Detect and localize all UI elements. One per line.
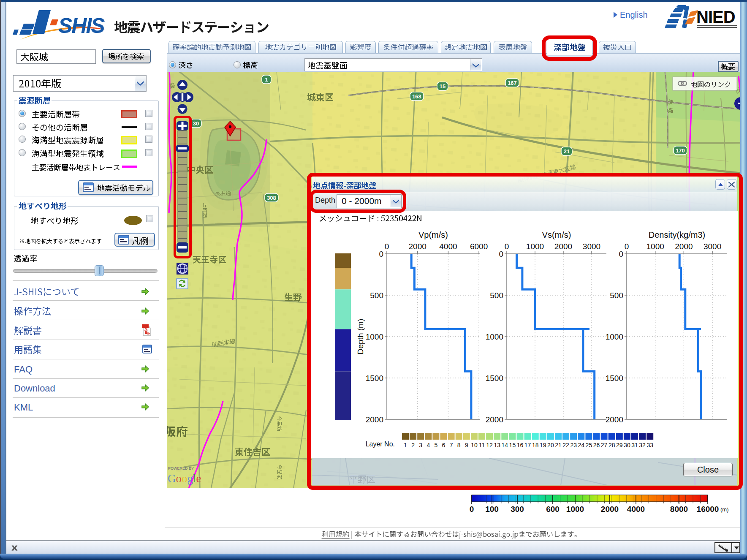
svg-text:SHIS: SHIS — [58, 14, 105, 38]
svg-text:100: 100 — [485, 505, 499, 514]
svg-text:30: 30 — [193, 120, 199, 127]
svg-text:167: 167 — [508, 80, 517, 86]
svg-text:170: 170 — [676, 147, 685, 154]
svg-text:8000: 8000 — [670, 505, 688, 514]
svg-text:1: 1 — [265, 76, 268, 83]
svg-text:1000: 1000 — [566, 505, 584, 514]
svg-text:2000: 2000 — [601, 505, 619, 514]
svg-text:Google: Google — [168, 472, 201, 485]
svg-text:21: 21 — [564, 148, 570, 155]
svg-text:4000: 4000 — [627, 505, 645, 514]
svg-text:(m): (m) — [720, 506, 729, 513]
svg-text:15: 15 — [440, 83, 445, 90]
svg-text:POWERED BY: POWERED BY — [168, 466, 194, 470]
svg-text:0: 0 — [470, 505, 474, 514]
svg-text:600: 600 — [546, 505, 560, 514]
svg-text:168: 168 — [412, 93, 421, 100]
svg-text:308: 308 — [267, 195, 276, 201]
svg-text:NIED: NIED — [696, 8, 735, 26]
svg-text:300: 300 — [511, 505, 524, 514]
svg-text:16000: 16000 — [697, 505, 719, 514]
